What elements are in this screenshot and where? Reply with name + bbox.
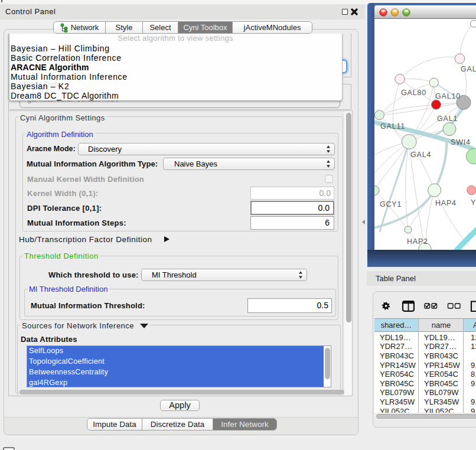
- svg-text:GCY1: GCY1: [380, 200, 402, 208]
- svg-text:GAL80: GAL80: [401, 89, 426, 97]
- svg-text:SWI4: SWI4: [451, 138, 471, 146]
- svg-text:GAL7: GAL7: [461, 65, 476, 73]
- svg-text:HAP2: HAP2: [407, 237, 428, 246]
- svg-text:GAL4: GAL4: [410, 151, 431, 159]
- svg-text:YE: YE: [471, 198, 476, 207]
- svg-text:GAL10: GAL10: [435, 92, 461, 100]
- svg-text:GAL11: GAL11: [380, 122, 405, 131]
- svg-text:HAP4: HAP4: [435, 199, 457, 207]
- svg-text:GAL1: GAL1: [437, 115, 458, 123]
